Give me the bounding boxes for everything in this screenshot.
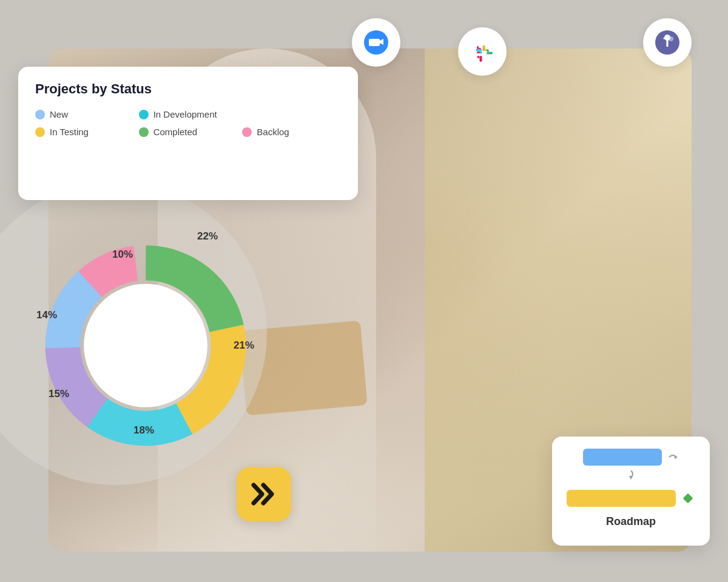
- legend-label-in-development: In Development: [153, 109, 217, 119]
- make-icon: [248, 478, 280, 510]
- teams-icon: T: [654, 29, 681, 56]
- svg-marker-18: [675, 455, 678, 459]
- svg-rect-9: [487, 50, 489, 52]
- zoom-integration-icon[interactable]: [352, 18, 400, 67]
- roadmap-bar-row-2: [567, 490, 695, 507]
- projects-card: Projects by Status New In Development In…: [18, 67, 358, 200]
- percent-in-testing: 21%: [234, 340, 254, 352]
- svg-rect-13: [480, 52, 482, 54]
- make-integration-icon[interactable]: [237, 467, 291, 521]
- percent-new: 14%: [36, 309, 57, 321]
- slack-icon: [469, 38, 496, 65]
- legend-dot-completed: [139, 127, 149, 137]
- scene: Projects by Status New In Development In…: [0, 0, 728, 582]
- roadmap-arrow-1: [667, 451, 679, 463]
- slack-integration-icon[interactable]: [458, 27, 507, 76]
- teams-integration-icon[interactable]: T: [643, 18, 692, 67]
- roadmap-card: Roadmap: [552, 436, 710, 546]
- svg-rect-6: [483, 45, 485, 52]
- legend-label-in-testing: In Testing: [50, 127, 89, 137]
- roadmap-title: Roadmap: [606, 515, 656, 528]
- percent-in-development: 18%: [133, 424, 154, 436]
- legend-dot-in-testing: [35, 127, 45, 137]
- donut-hole: [84, 284, 207, 407]
- legend-item-in-testing: In Testing: [35, 127, 134, 137]
- roadmap-bars: [564, 449, 698, 507]
- legend-dot-new: [35, 110, 45, 119]
- percent-completed: 22%: [197, 230, 218, 242]
- svg-rect-20: [683, 493, 693, 504]
- down-arrow-svg: [626, 470, 636, 483]
- legend-dot-in-development: [139, 110, 149, 119]
- roadmap-bar-yellow: [567, 490, 676, 507]
- legend-label-new: New: [50, 109, 68, 119]
- legend-dot-backlog: [242, 127, 252, 137]
- legend-item-backlog: Backlog: [242, 127, 341, 137]
- legend-label-completed: Completed: [153, 127, 198, 137]
- svg-marker-19: [629, 476, 633, 480]
- roadmap-bar-blue: [583, 449, 662, 466]
- percent-backlog: 10%: [112, 249, 133, 261]
- svg-rect-10: [480, 56, 482, 62]
- legend-item-new: New: [35, 109, 134, 119]
- card-title: Projects by Status: [35, 81, 341, 97]
- legend-label-backlog: Backlog: [257, 127, 289, 137]
- legend-item-in-development: In Development: [139, 109, 238, 119]
- svg-rect-8: [487, 52, 493, 55]
- legend-grid: New In Development In Testing Completed …: [35, 109, 341, 137]
- svg-rect-11: [477, 56, 480, 58]
- percent-unknown: 15%: [49, 388, 69, 400]
- legend-item-completed: Completed: [139, 127, 238, 137]
- roadmap-diamond-svg: [681, 491, 695, 506]
- svg-rect-12: [476, 49, 482, 52]
- zoom-icon: [363, 29, 389, 56]
- roadmap-bar-row-1: [583, 449, 679, 466]
- roadmap-arrow-down: [626, 470, 636, 485]
- svg-point-17: [664, 35, 670, 41]
- svg-point-5: [470, 39, 494, 64]
